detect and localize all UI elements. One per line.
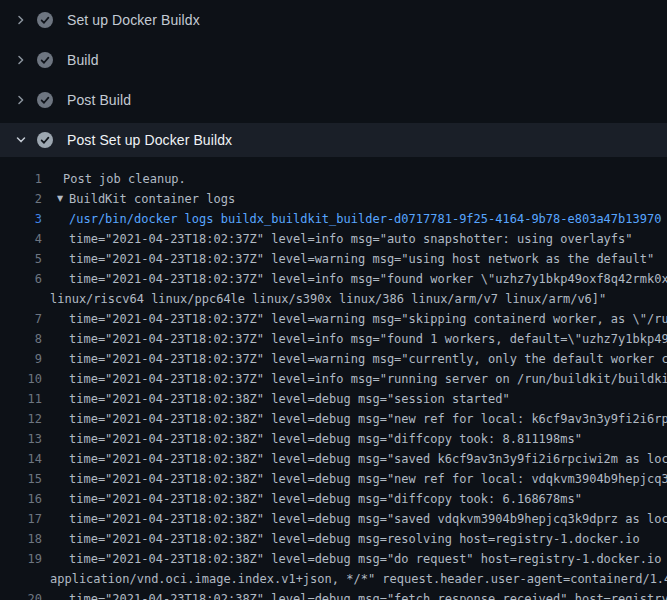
log-group-title[interactable]: BuildKit container logs [69,189,235,209]
step-label: Set up Docker Buildx [67,12,200,28]
log-text: time="2021-04-23T18:02:37Z" level=warnin… [42,309,667,329]
log-line: 16 time="2021-04-23T18:02:38Z" level=deb… [0,489,667,509]
log-text: time="2021-04-23T18:02:37Z" level=info m… [42,229,633,249]
log-text: time="2021-04-23T18:02:37Z" level=info m… [42,329,667,349]
log-text: /usr/bin/docker logs buildx_buildkit_bui… [42,209,661,229]
log-text: time="2021-04-23T18:02:37Z" level=warnin… [42,249,654,269]
log-text: time="2021-04-23T18:02:37Z" level=info m… [42,369,667,389]
log-line: 7 time="2021-04-23T18:02:37Z" level=warn… [0,309,667,329]
triangle-down-icon[interactable]: ▼ [57,189,69,209]
step-post-build[interactable]: Post Build [0,80,667,120]
log-line: 14 time="2021-04-23T18:02:38Z" level=deb… [0,449,667,469]
steps-list: Set up Docker Buildx Build Post Build Po… [0,0,667,157]
log-line: 18 time="2021-04-23T18:02:38Z" level=deb… [0,529,667,549]
log-text: time="2021-04-23T18:02:38Z" level=debug … [42,589,667,600]
log-line: 17 time="2021-04-23T18:02:38Z" level=deb… [0,509,667,529]
line-number[interactable]: 15 [0,469,42,489]
log-command-line: 3 /usr/bin/docker logs buildx_buildkit_b… [0,209,667,229]
log-text: time="2021-04-23T18:02:38Z" level=debug … [42,529,640,549]
log-line: 19 time="2021-04-23T18:02:38Z" level=deb… [0,549,667,569]
line-number[interactable]: 1 [0,169,42,189]
check-circle-icon [37,132,53,148]
log-text: Post job cleanup. [42,169,186,189]
line-number[interactable]: 18 [0,529,42,549]
line-number[interactable]: 12 [0,409,42,429]
check-circle-icon [37,52,53,68]
log-text: time="2021-04-23T18:02:38Z" level=debug … [42,509,667,529]
log-viewer: 1 Post job cleanup. 2 ▼ BuildKit contain… [0,160,667,600]
log-line: 12 time="2021-04-23T18:02:38Z" level=deb… [0,409,667,429]
line-number[interactable]: 17 [0,509,42,529]
log-text: application/vnd.oci.image.index.v1+json,… [42,569,667,589]
line-number[interactable]: 9 [0,349,42,369]
chevron-down-icon [13,132,29,148]
chevron-right-icon [13,92,29,108]
line-number[interactable]: 2 [0,189,42,209]
line-number[interactable]: 4 [0,229,42,249]
log-text: time="2021-04-23T18:02:38Z" level=debug … [42,489,582,509]
line-number[interactable]: 14 [0,449,42,469]
log-line: 1 Post job cleanup. [0,169,667,189]
line-number[interactable]: 8 [0,329,42,349]
log-text: time="2021-04-23T18:02:37Z" level=info m… [42,269,667,289]
step-build[interactable]: Build [0,40,667,80]
log-group-line: 2 ▼ BuildKit container logs [0,189,667,209]
log-text: time="2021-04-23T18:02:38Z" level=debug … [42,469,667,489]
log-text: time="2021-04-23T18:02:37Z" level=warnin… [42,349,667,369]
log-text: time="2021-04-23T18:02:38Z" level=debug … [42,549,667,569]
line-number[interactable]: 11 [0,389,42,409]
log-line: 4 time="2021-04-23T18:02:37Z" level=info… [0,229,667,249]
log-text: linux/riscv64 linux/ppc64le linux/s390x … [42,289,606,309]
check-circle-icon [37,92,53,108]
log-line: 6 time="2021-04-23T18:02:37Z" level=info… [0,269,667,289]
step-post-set-up-docker-buildx[interactable]: Post Set up Docker Buildx [0,123,667,157]
log-line-continuation: linux/riscv64 linux/ppc64le linux/s390x … [0,289,667,309]
step-label: Post Build [67,92,131,108]
log-line: 8 time="2021-04-23T18:02:37Z" level=info… [0,329,667,349]
log-line: 10 time="2021-04-23T18:02:37Z" level=inf… [0,369,667,389]
log-text: time="2021-04-23T18:02:38Z" level=debug … [42,449,667,469]
line-number[interactable]: 5 [0,249,42,269]
chevron-right-icon [13,52,29,68]
line-number[interactable]: 13 [0,429,42,449]
step-label: Post Set up Docker Buildx [67,132,232,148]
line-number[interactable]: 10 [0,369,42,389]
step-label: Build [67,52,99,68]
line-number[interactable]: 19 [0,549,42,569]
log-text: time="2021-04-23T18:02:38Z" level=debug … [42,429,582,449]
line-number[interactable]: 3 [0,209,42,229]
log-text: time="2021-04-23T18:02:38Z" level=debug … [42,409,667,429]
log-line: 11 time="2021-04-23T18:02:38Z" level=deb… [0,389,667,409]
log-line: 15 time="2021-04-23T18:02:38Z" level=deb… [0,469,667,489]
line-number[interactable]: 16 [0,489,42,509]
log-line: 13 time="2021-04-23T18:02:38Z" level=deb… [0,429,667,449]
line-number[interactable]: 6 [0,269,42,289]
chevron-right-icon [13,12,29,28]
log-line: 9 time="2021-04-23T18:02:37Z" level=warn… [0,349,667,369]
log-line-continuation: application/vnd.oci.image.index.v1+json,… [0,569,667,589]
log-text: time="2021-04-23T18:02:38Z" level=debug … [42,389,510,409]
check-circle-icon [37,12,53,28]
step-set-up-docker-buildx[interactable]: Set up Docker Buildx [0,0,667,40]
log-line: 20 time="2021-04-23T18:02:38Z" level=deb… [0,589,667,600]
line-number[interactable]: 20 [0,589,42,600]
line-number[interactable]: 7 [0,309,42,329]
log-line: 5 time="2021-04-23T18:02:37Z" level=warn… [0,249,667,269]
